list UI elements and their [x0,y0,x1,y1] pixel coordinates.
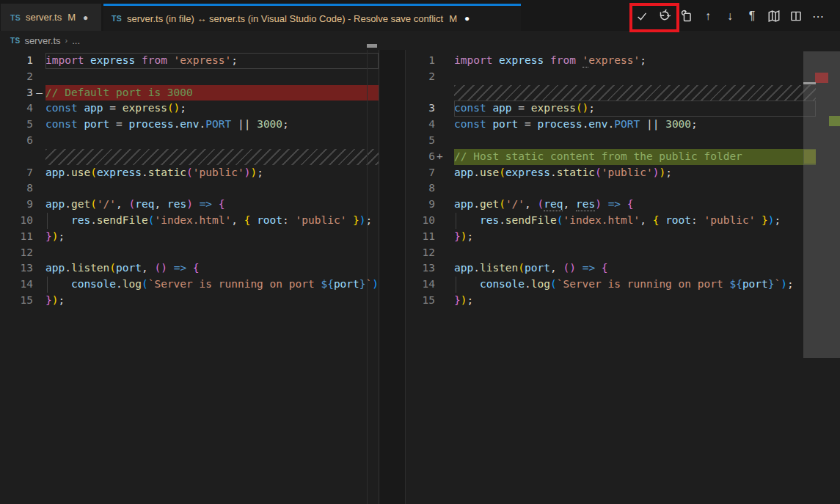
code-line[interactable]: 8 [0,180,379,197]
code-line[interactable]: 4const app = express(); [0,101,379,117]
dirty-indicator-icon[interactable]: ● [464,13,470,23]
line-number[interactable]: 11 [406,229,435,245]
code-line[interactable]: 1import express from 'express'; [0,53,379,69]
code-text: const app = express(); [454,101,816,117]
code-line[interactable]: 5 [406,133,840,149]
code-line[interactable]: 4const port = process.env.PORT || 3000; [406,117,840,133]
code-line[interactable]: 1import express from 'express'; [406,53,840,69]
code-line[interactable]: 11}); [406,229,840,245]
breadcrumb-symbol-ellipsis[interactable]: ... [72,35,80,46]
line-number[interactable]: 7 [0,165,33,181]
code-text [454,180,816,197]
line-number[interactable]: 3 [0,85,33,101]
code-line[interactable]: 15}); [0,293,379,309]
diff-sign [435,117,445,133]
code-line[interactable]: 3—// Default port is 3000 [0,85,379,101]
code-line[interactable]: 7app.use(express.static('public')); [406,165,840,181]
code-line[interactable]: 7app.use(express.static('public')); [0,165,379,181]
diff-sign: — [33,85,45,101]
line-number[interactable]: 1 [0,53,33,69]
code-line[interactable]: 3const app = express(); [406,101,840,117]
line-number[interactable]: 13 [0,260,33,277]
discard-icon[interactable] [657,5,671,27]
code-line[interactable]: 8 [406,180,840,197]
line-number[interactable]: 2 [0,69,33,85]
code-line[interactable]: 9app.get('/', (req, res) => { [0,197,379,213]
code-line[interactable]: 10 res.sendFile('index.html', { root: 'p… [406,213,840,229]
next-change-icon[interactable]: ↓ [723,5,737,27]
line-number[interactable]: 12 [406,245,435,261]
code-text [454,245,816,261]
line-number[interactable]: 8 [406,180,435,197]
code-text [454,85,816,101]
code-text: res.sendFile('index.html', { root: 'publ… [45,213,379,229]
line-number[interactable]: 7 [406,165,435,181]
line-number[interactable]: 5 [406,133,435,149]
diff-sign [435,293,445,309]
line-number[interactable]: 14 [406,277,435,293]
line-number[interactable]: 8 [0,180,33,197]
code-text [454,133,816,149]
typescript-file-icon: TS [10,13,21,22]
line-number[interactable]: 1 [406,53,435,69]
code-line[interactable]: 2 [406,69,840,85]
tab-title: server.ts [26,12,62,23]
diff-sign [435,260,445,277]
minimap-scrollbar[interactable] [803,51,840,358]
code-line[interactable]: 2 [0,69,379,85]
line-number[interactable]: 15 [406,293,435,309]
code-line[interactable]: 5const port = process.env.PORT || 3000; [0,117,379,133]
diff-sign [33,229,45,245]
line-number[interactable]: 11 [0,229,33,245]
modified-editor-pane[interactable]: 1import express from 'express';23const a… [406,50,840,504]
accessible-diff-viewer-icon[interactable] [767,5,781,27]
breadcrumb-file[interactable]: server.ts [24,35,60,46]
line-number[interactable]: 9 [406,197,435,213]
original-editor-pane[interactable]: 1import express from 'express';23—// Def… [0,50,379,504]
diff-sign [33,245,45,261]
code-text: app.get('/', (req, res) => { [454,197,816,213]
code-line[interactable]: 11}); [0,229,379,245]
code-line[interactable]: 14 console.log(`Server is running on por… [0,277,379,293]
dirty-indicator-icon[interactable]: ● [83,12,88,23]
line-number[interactable]: 10 [0,213,33,229]
line-number[interactable]: 3 [406,101,435,117]
tab-resolve-save-conflict[interactable]: TS server.ts (in file) ↔ server.ts (in V… [103,4,521,31]
toggle-whitespace-icon[interactable]: ¶ [745,5,759,27]
left-scrollbar-thumb[interactable] [367,44,377,48]
code-line[interactable]: 10 res.sendFile('index.html', { root: 'p… [0,213,379,229]
more-actions-icon[interactable]: ⋯ [811,5,825,27]
code-line[interactable]: 13app.listen(port, () => { [0,260,379,277]
code-text: app.use(express.static('public')); [45,165,379,181]
line-number[interactable]: 4 [406,117,435,133]
line-number[interactable]: 15 [0,293,33,309]
code-line[interactable]: 13app.listen(port, () => { [406,260,840,277]
code-line[interactable]: 6+// Host static content from the public… [406,149,840,165]
code-line[interactable]: 12 [406,245,840,261]
split-editor-icon[interactable] [789,5,803,27]
line-number[interactable]: 13 [406,260,435,277]
line-number[interactable]: 9 [0,197,33,213]
line-number[interactable]: 6 [0,133,33,149]
breadcrumb: TS server.ts › ... [0,31,840,50]
line-number[interactable]: 5 [0,117,33,133]
line-number[interactable]: 10 [406,213,435,229]
tab-server-ts[interactable]: TS server.ts M ● [1,4,101,31]
code-line[interactable]: 12 [0,245,379,261]
code-line[interactable]: 9app.get('/', (req, res) => { [406,197,840,213]
open-changes-icon[interactable] [679,5,693,27]
code-line[interactable]: 15}); [406,293,840,309]
code-line[interactable]: 14 console.log(`Server is running on por… [406,277,840,293]
line-number[interactable]: 4 [0,101,33,117]
previous-change-icon[interactable]: ↑ [701,5,715,27]
diff-sign [33,213,45,229]
diff-sign [435,277,445,293]
line-number[interactable]: 6 [406,149,435,165]
code-line[interactable]: 6 [0,133,379,149]
line-number[interactable]: 14 [0,277,33,293]
code-text: console.log(`Server is running on port $… [45,277,379,293]
code-text: const port = process.env.PORT || 3000; [45,117,379,133]
line-number[interactable]: 12 [0,245,33,261]
accept-merge-icon[interactable] [635,5,649,27]
line-number[interactable]: 2 [406,69,435,85]
